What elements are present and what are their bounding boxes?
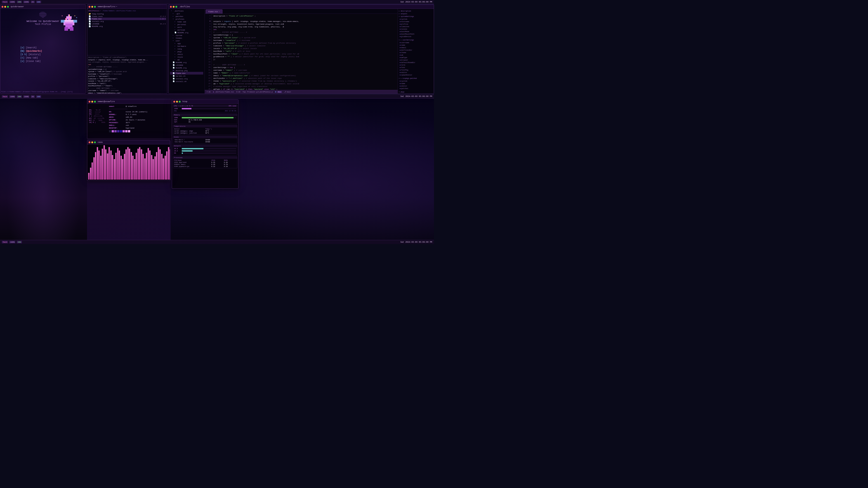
htop-min-btn[interactable]: [176, 101, 178, 103]
browser-menu-search[interactable]: [o] [Search]: [20, 46, 66, 50]
browser-max-btn[interactable]: [7, 6, 9, 8]
vis-bar-47: [168, 147, 169, 180]
cs-item-harden[interactable]: 📄 harden.sh: [170, 74, 203, 77]
ln-25: 25: [205, 80, 211, 83]
htop-disks-section: Disks /dev/dm-0 / 304GB /dev/dm-0 /nix/s…: [173, 136, 237, 144]
svg-rect-9: [61, 20, 64, 23]
browser-close-btn[interactable]: [2, 6, 3, 8]
vis-min-btn[interactable]: [91, 141, 93, 143]
ft-file-item[interactable]: 📄 install.org: [88, 20, 166, 23]
htop-close-btn[interactable]: [174, 101, 175, 103]
color-dot-6: [123, 130, 125, 132]
htop-mem-body: 100% RAM: 95 5.76B/8.02B SWP: 0%: [173, 116, 237, 124]
code-main-area: flake.nix × 1 2 3 4 5 6 7 8 9 10 11: [205, 9, 398, 94]
cs-item-shell[interactable]: ▸ shell: [170, 53, 203, 56]
browser-menu-history[interactable]: [S h] [History]: [20, 53, 66, 56]
cs-item-git[interactable]: ▸ .git: [170, 12, 203, 15]
scenic-bg-gradient: [0, 98, 87, 240]
tab-close-icon[interactable]: ×: [219, 11, 220, 13]
ft-max-btn[interactable]: [94, 6, 96, 8]
browser-menu-closetab[interactable]: [x] [Close tab]: [20, 60, 66, 63]
cl-2: [213, 18, 396, 20]
cl-12: timezone = "America/Chicago" ; # select …: [213, 44, 396, 47]
code-close-btn[interactable]: [170, 6, 172, 8]
cs-item-user[interactable]: ▾ user: [170, 39, 203, 42]
cs-item-personal[interactable]: ▸ personal: [170, 23, 203, 26]
ft-min-btn[interactable]: [91, 6, 93, 8]
ascii-logo: ⠀⠀⠀⠀⢀⣠⣤⣤⣀⠀⠀⠀⠀⠀ ⠀⠀⠀⣴⣿⣿⣿⣿⣿⣷⡄⠀⠀⠀ ⠀⠀⠀⣿⣿⣿⣿⣿⣿⣿…: [26, 11, 59, 19]
cs-item-wm[interactable]: ▸ wm: [170, 58, 203, 61]
co-item-browser: ◆ browser: [399, 59, 433, 61]
nf-title: emmet@snowfire: [98, 101, 115, 103]
cs-item-hardware[interactable]: ▸ hardware: [170, 45, 203, 47]
cs-item-install-sh[interactable]: 📄 install.sh: [170, 80, 203, 83]
htop-net-bar-fill1: [182, 148, 204, 149]
cs-item-desktop-png[interactable]: 🖼 desktop.png: [170, 69, 203, 72]
vis-bar-44: [163, 158, 164, 180]
ft-close-btn[interactable]: [89, 6, 90, 8]
browser-menu-newtab[interactable]: [t] [New tab]: [20, 56, 66, 60]
cs-item-themes[interactable]: ▸ themes: [170, 37, 203, 39]
nf-close-btn[interactable]: [89, 101, 90, 103]
cs-item-install-org[interactable]: 📄 install.org: [170, 77, 203, 80]
ln-10: 10: [205, 39, 211, 42]
cs-item-app[interactable]: ▸ app: [170, 42, 203, 45]
cs-item-readme2[interactable]: 📄 README.org: [170, 61, 203, 64]
code-editor-titlebar: .dotfiles: [168, 5, 434, 9]
co-item-defaultroamdir: ◆ defaultRoamDir: [399, 61, 433, 64]
browser-min-btn[interactable]: [4, 6, 6, 8]
color-dot-7: [125, 130, 127, 132]
vis-close-btn[interactable]: [89, 141, 90, 143]
cs-item-homelab[interactable]: ▸ home lab: [170, 20, 203, 23]
folder-icon: ▾: [173, 18, 175, 20]
svg-rect-12: [71, 19, 72, 20]
ft-file-item[interactable]: 📁 Temp-Config: [88, 13, 166, 15]
cs-root-item[interactable]: ▾ .dotfiles: [170, 9, 203, 12]
co-item-np-patches: ◆ patches: [399, 87, 433, 90]
ln-7: 7: [205, 31, 211, 34]
vis-bar-30: [139, 147, 141, 180]
ln-26: 26: [205, 83, 211, 85]
ft-file-item[interactable]: 📄 LICENSE 34.2 K: [88, 23, 166, 25]
nf-min-btn[interactable]: [91, 101, 93, 103]
ft-header: omnifossil:~ /home/emmet/.dotfiles/flake…: [88, 10, 166, 12]
cs-item-license[interactable]: 📄 LICENSE: [170, 64, 203, 66]
svg-rect-7: [64, 27, 68, 31]
mid-battery-badge: 100%: [9, 95, 16, 98]
htop-net-bar-fill3: [182, 153, 183, 154]
vis-bar-33: [144, 158, 146, 180]
scenic-background-left: [0, 98, 87, 240]
cs-item-flake-nix[interactable]: 📄 flake.nix: [170, 72, 203, 74]
co-item-fontpkg: ◆ fontPkg: [399, 69, 433, 71]
cs-item-patches[interactable]: ▸ patches: [170, 15, 203, 18]
vis-bar-35: [148, 148, 149, 180]
code-outline-panel: ▸ description ▸ outputs ▾ systemSettings…: [398, 9, 434, 94]
code-tab-flake-nix[interactable]: flake.nix ×: [206, 9, 222, 13]
cs-item-readme3[interactable]: 📄 README.org: [170, 66, 203, 69]
cs-item-worklab[interactable]: ▸ worklab: [170, 29, 203, 31]
nf-max-btn[interactable]: [94, 101, 96, 103]
vis-bar-46: [166, 151, 167, 180]
cs-item-readme1[interactable]: 📄 README.org: [170, 31, 203, 34]
vis-max-btn[interactable]: [94, 141, 96, 143]
htop-cpu-bar-row: 100%: [174, 108, 236, 109]
cs-item-work[interactable]: ▸ work: [170, 26, 203, 29]
mid-workspace-badge: Tech: [2, 95, 8, 98]
ln-19: 19: [205, 64, 211, 66]
cs-item-pkgs[interactable]: ▸ pkgs: [170, 50, 203, 53]
ft-file-item[interactable]: 📄 README.org: [88, 25, 166, 28]
vis-bar-3: [93, 157, 95, 180]
htop-net-bar3: 0%: [174, 152, 236, 154]
ft-file-item[interactable]: 📄 flake.lock 27.5 K: [88, 15, 166, 18]
htop-max-btn[interactable]: [179, 101, 181, 103]
mem-badge: 10S: [36, 1, 41, 3]
browser-menu-quickmarks[interactable]: [b] [Quickmarks]: [20, 50, 66, 53]
cs-item-system[interactable]: ▸ system: [170, 34, 203, 37]
cs-item-profiles[interactable]: ▾ profiles: [170, 18, 203, 20]
code-min-btn[interactable]: [173, 6, 175, 8]
cs-item-lang[interactable]: ▸ lang: [170, 47, 203, 50]
code-text-area[interactable]: description = "Flake of LibrePhoenix" ; …: [212, 14, 398, 90]
code-max-btn[interactable]: [176, 6, 177, 8]
cs-item-style[interactable]: ▸ style: [170, 56, 203, 58]
ft-file-item-selected[interactable]: 📄 flake.nix 2.28 K: [88, 18, 166, 20]
